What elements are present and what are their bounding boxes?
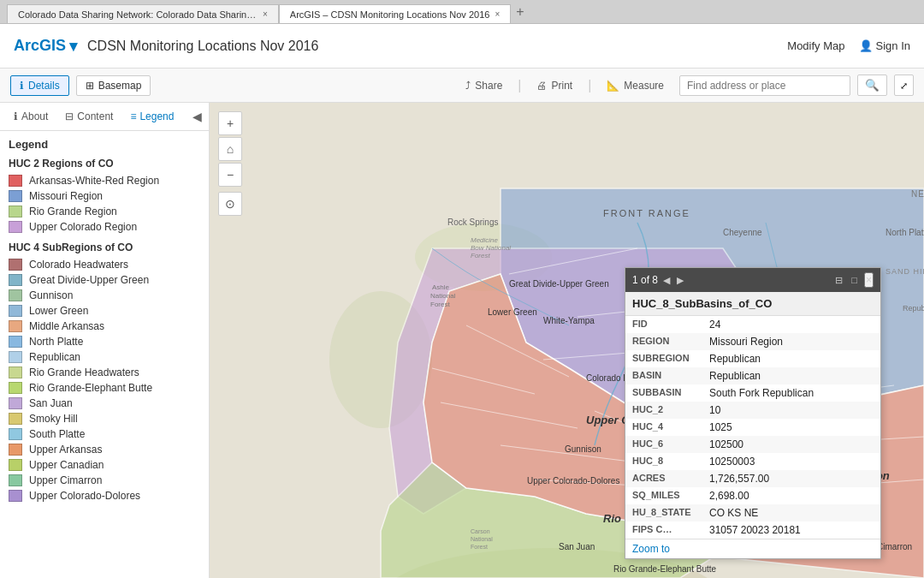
table-row: SUBREGIONRepublican bbox=[625, 350, 880, 367]
field-value: Republican bbox=[702, 350, 880, 367]
field-key: ACRES bbox=[625, 470, 702, 487]
legend-item-label: Arkansas-White-Red Region bbox=[29, 175, 159, 187]
legend-item-label: Missouri Region bbox=[29, 190, 103, 202]
legend-item: Smoky Hill bbox=[9, 411, 200, 426]
legend-item: Middle Arkansas bbox=[9, 319, 200, 334]
print-label: Print bbox=[551, 80, 572, 92]
tab-about[interactable]: ℹ About bbox=[7, 108, 55, 125]
legend-item: Colorado Headwaters bbox=[9, 257, 200, 272]
expand-button[interactable]: ⤢ bbox=[894, 74, 914, 96]
popup-prev-button[interactable]: ◀ bbox=[661, 275, 672, 286]
legend-swatch bbox=[9, 490, 22, 502]
browser-tab-1[interactable]: Colorado Data Sharing Network: Colorado … bbox=[7, 4, 279, 23]
tab-content[interactable]: ⊟ Content bbox=[58, 108, 120, 125]
about-icon: ℹ bbox=[14, 110, 18, 122]
popup-header: 1 of 8 ◀ ▶ ⊟ □ × bbox=[625, 268, 880, 292]
legend-item-label: Rio Grande Region bbox=[29, 206, 117, 217]
person-icon: 👤 bbox=[859, 39, 873, 52]
sign-in-button[interactable]: 👤 Sign In bbox=[859, 39, 910, 52]
huc4-legend-items: Colorado HeadwatersGreat Divide-Upper Gr… bbox=[9, 257, 200, 504]
legend-swatch bbox=[9, 474, 22, 486]
search-button[interactable]: 🔍 bbox=[857, 74, 887, 96]
search-input[interactable] bbox=[679, 75, 850, 96]
legend-item-label: Middle Arkansas bbox=[29, 320, 104, 332]
legend-item: Missouri Region bbox=[9, 188, 200, 204]
legend-item-label: Upper Colorado-Dolores bbox=[29, 490, 140, 502]
legend-item: Upper Cimarron bbox=[9, 473, 200, 488]
zoom-to-link[interactable]: Zoom to bbox=[632, 543, 670, 555]
app-logo[interactable]: ArcGIS ▾ bbox=[14, 37, 77, 56]
browser-tab-2[interactable]: ArcGIS – CDSN Monitoring Locations Nov 2… bbox=[279, 4, 511, 23]
field-value: 10250003 bbox=[702, 453, 880, 470]
legend-item-label: San Juan bbox=[29, 397, 73, 409]
details-button[interactable]: ℹ Details bbox=[10, 75, 69, 96]
field-key: SUBREGION bbox=[625, 350, 702, 367]
field-key: FIPS C… bbox=[625, 521, 702, 539]
field-value: South Fork Republican bbox=[702, 384, 880, 402]
svg-text:Repub…: Repub… bbox=[903, 304, 924, 313]
legend-swatch bbox=[9, 366, 22, 378]
home-button[interactable]: ⌂ bbox=[218, 137, 242, 161]
table-row: HUC_810250003 bbox=[625, 453, 880, 470]
popup-maximize-button[interactable]: □ bbox=[850, 275, 859, 285]
legend-swatch bbox=[9, 444, 22, 456]
legend-content: Legend HUC 2 Regions of CO Arkansas-Whit… bbox=[0, 131, 209, 510]
field-key: HU_8_STATE bbox=[625, 504, 702, 521]
field-value: 1,726,557.00 bbox=[702, 470, 880, 487]
logo-dropdown-icon: ▾ bbox=[69, 37, 77, 56]
tab2-label: ArcGIS – CDSN Monitoring Locations Nov 2… bbox=[290, 9, 490, 20]
measure-button[interactable]: 📐 Measure bbox=[598, 76, 672, 95]
legend-item: Arkansas-White-Red Region bbox=[9, 173, 200, 188]
legend-item: Great Divide-Upper Green bbox=[9, 272, 200, 288]
modify-map-button[interactable]: Modify Map bbox=[787, 39, 844, 52]
legend-swatch bbox=[9, 305, 22, 317]
zoom-in-button[interactable]: + bbox=[218, 111, 242, 135]
legend-item: San Juan bbox=[9, 396, 200, 411]
legend-item-label: Gunnison bbox=[29, 289, 73, 301]
popup-next-button[interactable]: ▶ bbox=[675, 275, 685, 286]
legend-item-label: Upper Arkansas bbox=[29, 444, 102, 456]
print-button[interactable]: 🖨 Print bbox=[528, 76, 581, 95]
app-title: CDSN Monitoring Locations Nov 2016 bbox=[87, 39, 318, 54]
legend-item: Rio Grande-Elephant Butte bbox=[9, 380, 200, 396]
table-row: SQ_MILES2,698.00 bbox=[625, 487, 880, 504]
separator-2: | bbox=[588, 78, 591, 93]
legend-item: North Platte bbox=[9, 334, 200, 349]
basemap-icon: ⊞ bbox=[86, 80, 94, 92]
field-key: HUC_4 bbox=[625, 419, 702, 436]
table-row: HUC_6102500 bbox=[625, 436, 880, 453]
field-value: 1025 bbox=[702, 419, 880, 436]
tab-legend[interactable]: ≡ Legend bbox=[123, 108, 181, 125]
huc4-section-title: HUC 4 SubRegions of CO bbox=[9, 241, 200, 253]
field-value: 2,698.00 bbox=[702, 487, 880, 504]
svg-text:NEBRASKA: NEBRASKA bbox=[911, 189, 924, 199]
new-tab-button[interactable]: + bbox=[511, 3, 529, 21]
search-icon: 🔍 bbox=[865, 79, 880, 92]
legend-item-label: Upper Cimarron bbox=[29, 474, 102, 486]
tab1-close[interactable]: × bbox=[263, 9, 268, 19]
popup-pin-button[interactable]: ⊟ bbox=[833, 275, 844, 286]
legend-icon: ≡ bbox=[130, 110, 136, 122]
popup-close-button[interactable]: × bbox=[864, 272, 874, 288]
tab2-close[interactable]: × bbox=[495, 9, 500, 19]
basemap-button[interactable]: ⊞ Basemap bbox=[76, 75, 151, 96]
field-value: 10 bbox=[702, 402, 880, 419]
map-container[interactable]: Medicine Bow National Forest Ashle Natio… bbox=[210, 103, 924, 578]
svg-text:National: National bbox=[430, 292, 456, 300]
huc2-section-title: HUC 2 Regions of CO bbox=[9, 158, 200, 170]
locate-button[interactable]: ⊙ bbox=[218, 192, 242, 216]
share-button[interactable]: ⤴ Share bbox=[457, 76, 511, 95]
field-value: 102500 bbox=[702, 436, 880, 453]
logo-text: ArcGIS bbox=[14, 37, 66, 55]
field-value: Republican bbox=[702, 367, 880, 384]
sidebar-collapse-button[interactable]: ◀ bbox=[192, 110, 202, 123]
svg-text:Great Divide-Upper Green: Great Divide-Upper Green bbox=[509, 279, 609, 289]
legend-item-label: Great Divide-Upper Green bbox=[29, 274, 149, 286]
share-icon: ⤴ bbox=[465, 80, 471, 92]
app-header: ArcGIS ▾ CDSN Monitoring Locations Nov 2… bbox=[0, 24, 924, 69]
map-controls: + ⌂ − ⊙ bbox=[218, 111, 242, 216]
field-value: 31057 20023 20181 bbox=[702, 521, 880, 539]
legend-item: Republican bbox=[9, 349, 200, 365]
zoom-out-button[interactable]: − bbox=[218, 163, 242, 187]
svg-text:Rock Springs: Rock Springs bbox=[447, 217, 498, 227]
